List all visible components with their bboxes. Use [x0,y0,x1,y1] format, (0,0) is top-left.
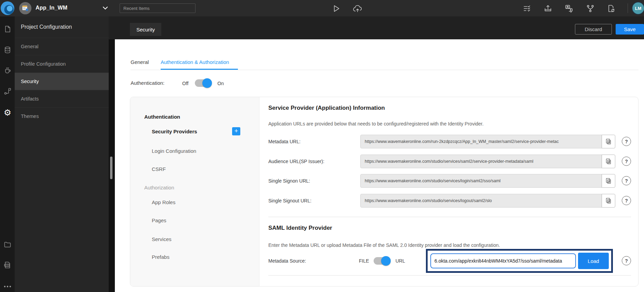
help-icon[interactable]: ? [622,137,631,146]
tab-general[interactable]: General [131,59,149,65]
checklist-icon[interactable] [522,3,532,14]
panel-section-authentication: Authentication [144,114,180,120]
metadata-url-input[interactable] [360,135,602,148]
service-provider-title: Service Provider (Application) Informati… [268,105,385,111]
more-icon[interactable] [3,282,12,291]
version-control-icon[interactable] [585,3,595,14]
metadata-url-label: Metadata URL: [268,139,357,144]
help-icon[interactable]: ? [622,196,631,205]
metadata-source-toggle[interactable] [374,257,389,265]
metadata-source-url-label: URL [395,258,405,264]
settings-gear-icon[interactable]: ⚙ [3,108,12,117]
run-icon[interactable] [331,3,341,14]
toggle-knob [202,78,212,88]
copy-signon-url-button[interactable] [602,174,615,188]
discard-button[interactable]: Discard [575,24,612,35]
help-icon[interactable]: ? [622,157,631,166]
page-title-tab[interactable]: Security [130,23,161,36]
auth-toggle-off-label: Off [182,81,188,86]
file-sync-icon[interactable] [606,3,616,14]
audience-url-input[interactable] [360,155,602,168]
panel-item-prefabs[interactable]: Prefabs [152,254,170,260]
sidebar: Project Configuration General Profile Co… [15,16,109,292]
metadata-url-field [360,135,616,148]
page-header [109,16,644,39]
copy-audience-url-button[interactable] [602,155,615,168]
authentication-label: Authentication: [131,80,164,86]
saml-idp-description: Enter the Metadata URL or upload Metadat… [268,242,500,248]
wavemaker-logo-icon[interactable] [1,1,15,15]
single-signout-url-input[interactable] [360,194,602,208]
cloud-upload-icon[interactable] [352,3,363,14]
add-provider-button[interactable]: + [232,127,240,135]
export-icon[interactable] [543,3,553,14]
load-button[interactable]: Load [578,253,609,269]
idp-metadata-url-input[interactable] [430,253,576,268]
metadata-url-highlight-box: Load [426,249,613,273]
recent-items-input[interactable] [120,3,196,13]
service-provider-description: Application URLs are provided below that… [268,121,484,127]
saml-idp-title: SAML Identity Provider [268,225,332,231]
single-signon-url-label: Single Signon URL: [268,178,357,184]
security-nav-panel: Authentication Security Providers + Logi… [130,97,259,286]
single-signon-url-field [360,174,616,188]
scrollbar-thumb[interactable] [110,157,112,179]
top-bar: App_In_WM [0,0,644,16]
sidebar-item-general[interactable]: General [15,38,109,55]
wavemaker-studio-screen: App_In_WM [0,0,644,292]
help-icon[interactable]: ? [622,256,631,265]
copy-metadata-url-button[interactable] [602,135,615,148]
database-icon[interactable] [3,45,12,55]
save-button[interactable]: Save [616,24,644,35]
sidebar-item-themes[interactable]: Themes [15,107,109,125]
security-card: Authentication Security Providers + Logi… [130,97,639,287]
single-signon-url-input[interactable] [360,174,602,188]
panel-item-csrf[interactable]: CSRF [152,166,166,172]
panel-section-authorization: Authorization [144,185,174,190]
authentication-toggle[interactable] [195,79,211,87]
topbar-divider [628,3,628,13]
single-signout-url-field [360,194,616,208]
translate-icon[interactable] [564,3,574,14]
help-icon[interactable]: ? [622,176,631,185]
pages-icon[interactable] [3,24,12,34]
metadata-source-label: Metadata Source: [268,258,357,264]
logs-icon[interactable]: LOG [3,260,12,270]
audience-url-field [360,155,616,168]
metadata-source-file-label: FILE [359,258,369,264]
tabs-divider [131,70,639,70]
section-divider [268,217,631,217]
icon-rail: ⚙ LOG [0,16,15,292]
folder-icon[interactable] [3,240,12,249]
panel-item-app-roles[interactable]: App Roles [152,199,175,205]
svg-text:LOG: LOG [5,264,9,266]
java-services-icon[interactable] [3,65,12,75]
chevron-down-icon[interactable] [103,6,108,10]
auth-toggle-on-label: On [217,81,224,86]
sidebar-item-profile-configuration[interactable]: Profile Configuration [15,55,109,72]
sidebar-title: Project Configuration [15,16,109,38]
sidebar-item-artifacts[interactable]: Artifacts [15,90,109,107]
audience-url-label: Audience URL(SP Issuer): [268,159,357,164]
section-divider [268,275,631,276]
single-signout-url-label: Single Signout URL: [268,198,357,203]
panel-item-security-providers[interactable]: Security Providers [152,129,197,134]
apis-icon[interactable] [3,87,12,96]
app-icon[interactable] [19,2,31,14]
panel-item-login-configuration[interactable]: Login Configuration [152,148,196,154]
avatar[interactable]: LM [632,2,644,15]
panel-item-services[interactable]: Services [152,236,172,242]
project-title: App_In_WM [36,5,67,11]
panel-item-pages[interactable]: Pages [152,217,166,223]
tab-authentication-authorization[interactable]: Authentication & Authorization [161,59,229,65]
sidebar-item-security[interactable]: Security [15,72,109,90]
copy-signout-url-button[interactable] [602,194,615,208]
toggle-knob [381,256,391,266]
